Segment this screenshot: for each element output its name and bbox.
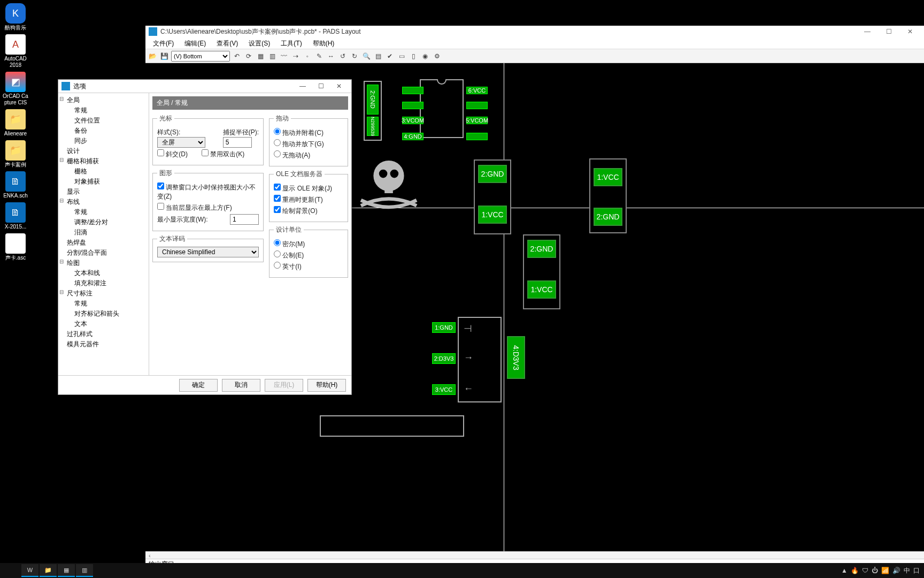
unit-inch-radio[interactable]: 英寸(I) [274, 262, 302, 271]
sel1-icon[interactable]: ▭ [397, 51, 406, 61]
cancel-button[interactable]: 取消 [222, 379, 260, 392]
desktop-icon[interactable]: K酷狗音乐 [2, 3, 29, 31]
tree-node[interactable]: 设计 [67, 147, 80, 155]
dialog-maximize-button[interactable]: ☐ [312, 82, 330, 90]
redo-icon[interactable]: ↻ [350, 51, 359, 61]
ole-redraw-checkbox[interactable]: 重画时更新(T) [274, 195, 323, 204]
ole-bg-checkbox[interactable]: 绘制背景(O) [274, 206, 318, 216]
refresh-icon[interactable]: ⟳ [244, 51, 253, 61]
minwidth-input[interactable] [230, 214, 259, 225]
tray-icon[interactable]: ⏻ [872, 567, 878, 574]
capture-radius-input[interactable] [223, 137, 252, 148]
drag-attach-radio[interactable]: 拖动并附着(C) [274, 128, 324, 138]
disable-dblclick-checkbox[interactable]: 禁用双击(K) [202, 149, 244, 159]
tree-node[interactable]: 泪滴 [74, 229, 87, 236]
taskbar-pads-icon[interactable]: ▦ [58, 564, 75, 577]
tool1-icon[interactable]: ▦ [256, 51, 265, 61]
save-icon[interactable]: 💾 [159, 51, 169, 61]
open-icon[interactable]: 📂 [148, 51, 157, 61]
desktop-icon[interactable]: ◩OrCAD Capture CIS [2, 72, 29, 106]
dialog-minimize-button[interactable]: — [294, 82, 312, 90]
system-tray[interactable]: ▲ 🔥 🛡 ⏻ 📶 🔊 中 口 [841, 566, 924, 575]
unit-metric-radio[interactable]: 公制(E) [274, 250, 304, 260]
tree-node[interactable]: 显示 [67, 188, 80, 195]
encoding-select[interactable]: Chinese Simplified [157, 247, 259, 257]
desktop-icon[interactable]: 🗎ENKA.sch [2, 171, 29, 199]
tree-node[interactable]: 常规 [74, 300, 87, 307]
tree-node[interactable]: 同步 [74, 137, 87, 144]
desktop-icon[interactable]: 📁Alieneare [2, 109, 29, 137]
close-button[interactable]: ✕ [899, 28, 921, 35]
tree-node[interactable]: 备份 [74, 127, 87, 134]
sel2-icon[interactable]: ▯ [409, 51, 418, 61]
cursor-style-select[interactable]: 全屏 [157, 137, 205, 148]
toplayer-checkbox[interactable]: 当前层显示在最上方(F) [157, 203, 232, 212]
adjust-checkbox[interactable]: 调整窗口大小时保持视图大小不变(Z) [157, 182, 259, 201]
tool2-icon[interactable]: ▥ [267, 51, 277, 61]
tree-node[interactable]: 布线 [67, 198, 80, 206]
help-button[interactable]: 帮助(H) [307, 379, 346, 392]
camr-icon[interactable]: ◉ [420, 51, 430, 61]
unit-mil-radio[interactable]: 密尔(M) [274, 239, 305, 249]
tray-icon[interactable]: ▲ [841, 567, 848, 574]
tree-node[interactable]: 对齐标记和箭头 [74, 310, 119, 317]
desktop-icon[interactable]: 📁声卡案例 [2, 140, 29, 168]
menu-item[interactable]: 编辑(E) [179, 37, 211, 49]
desktop-icon[interactable]: AAutoCAD 2018 [2, 34, 29, 69]
tree-node[interactable]: 对象捕获 [74, 178, 100, 185]
tree-node[interactable]: 常规 [74, 107, 87, 114]
tray-icon[interactable]: 🔥 [851, 567, 859, 574]
tree-node[interactable]: 文本 [74, 320, 87, 328]
tray-icon[interactable]: 🛡 [862, 567, 868, 574]
meas-icon[interactable]: ✎ [314, 51, 324, 61]
apply-button[interactable]: 应用(L) [265, 379, 303, 392]
ole-show-checkbox[interactable]: 显示 OLE 对象(J) [274, 184, 332, 193]
tray-network-icon[interactable]: 📶 [881, 567, 889, 574]
diagonal-checkbox[interactable]: 斜交(D) [157, 149, 188, 159]
zoom-icon[interactable]: 🔍 [361, 51, 371, 61]
trace-icon[interactable]: ⇢ [291, 51, 301, 61]
menu-item[interactable]: 设置(S) [243, 37, 275, 49]
undo2-icon[interactable]: ↺ [338, 51, 348, 61]
tree-node[interactable]: 文本和线 [74, 269, 100, 277]
menu-item[interactable]: 文件(F) [148, 37, 179, 49]
ok-button[interactable]: 确定 [179, 379, 218, 392]
tree-node[interactable]: 栅格 [74, 168, 87, 175]
tree-node[interactable]: 热焊盘 [67, 239, 86, 246]
tray-volume-icon[interactable]: 🔊 [892, 567, 900, 574]
drag-none-radio[interactable]: 无拖动(A) [274, 150, 310, 160]
taskbar-explorer-icon[interactable]: 📁 [40, 564, 57, 577]
tree-node[interactable]: 绘图 [67, 259, 80, 267]
tree-node[interactable]: 栅格和捕获 [67, 157, 99, 165]
menu-item[interactable]: 查看(V) [211, 37, 243, 49]
tree-node[interactable]: 填充和灌注 [74, 279, 106, 287]
drc-icon[interactable]: ✔ [385, 51, 395, 61]
tree-node[interactable]: 分割/混合平面 [67, 249, 107, 256]
opts-icon[interactable]: ⚙ [432, 51, 442, 61]
maximize-button[interactable]: ☐ [878, 28, 899, 35]
layer-icon[interactable]: ▤ [373, 51, 383, 61]
menu-item[interactable]: 工具(T) [275, 37, 307, 49]
tree-node[interactable]: 尺寸标注 [67, 290, 93, 297]
tree-node[interactable]: 过孔样式 [67, 330, 93, 338]
tree-node[interactable]: 调整/差分对 [74, 218, 108, 226]
tree-node[interactable]: 模具元器件 [67, 340, 99, 348]
desktop-icon[interactable]: 🗎X-2015... [2, 202, 29, 230]
tray-ime[interactable]: 中 [904, 566, 910, 575]
options-tree[interactable]: 全局常规文件位置备份同步设计栅格和捕获栅格对象捕获显示布线常规调整/差分对泪滴热… [58, 93, 149, 375]
dialog-close-button[interactable]: ✕ [330, 82, 348, 90]
taskbar[interactable]: W 📁 ▦ ▥ ▲ 🔥 🛡 ⏻ 📶 🔊 中 口 [0, 563, 924, 578]
route-icon[interactable]: 〰 [279, 51, 289, 61]
tree-node[interactable]: 全局 [67, 96, 80, 104]
drag-drop-radio[interactable]: 拖动并放下(G) [274, 139, 324, 149]
tree-node[interactable]: 文件位置 [74, 117, 100, 124]
dim-icon[interactable]: ↔ [326, 51, 336, 61]
desktop-icon[interactable]: 🗎声卡.asc [2, 233, 29, 261]
minimize-button[interactable]: — [857, 28, 878, 35]
tray-icon[interactable]: 口 [913, 566, 920, 575]
tree-node[interactable]: 常规 [74, 208, 87, 216]
via-icon[interactable]: ◦ [303, 51, 312, 61]
taskbar-word-icon[interactable]: W [21, 564, 38, 577]
undo-icon[interactable]: ↶ [232, 51, 242, 61]
menu-item[interactable]: 帮助(H) [307, 37, 340, 49]
